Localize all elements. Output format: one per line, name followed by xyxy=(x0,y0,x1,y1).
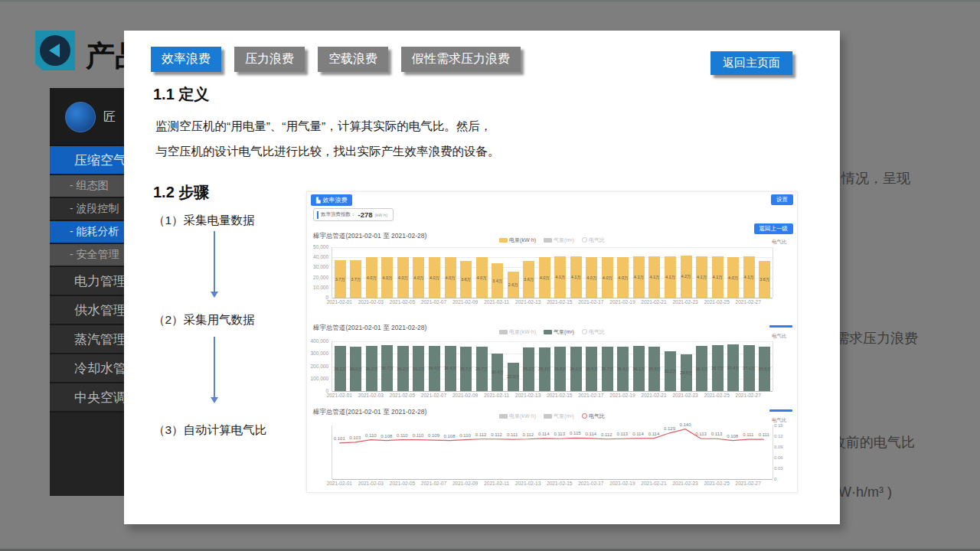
svg-text:0.114: 0.114 xyxy=(586,432,597,436)
content-panel: 效率浪费 压力浪费 空载浪费 假性需求压力浪费 返回主页面 1.1 定义 监测空… xyxy=(124,31,840,524)
svg-text:0.112: 0.112 xyxy=(491,432,502,437)
svg-text:0.113: 0.113 xyxy=(695,432,707,436)
bar-value-label: 36.2万 xyxy=(395,367,410,372)
metric-accent-bar xyxy=(317,211,318,219)
svg-text:0.112: 0.112 xyxy=(475,432,487,437)
x-axis-tick: 2021-02-27 xyxy=(729,299,767,305)
legend-item[interactable]: 气量(m³) xyxy=(544,236,574,244)
chart-legend: 电量(kW·h)气量(m³)电气比 xyxy=(399,232,705,246)
bar-value-label: 36.0万 xyxy=(348,367,364,372)
chart-legend: 电量(kW·h)气量(m³)电气比 xyxy=(399,324,705,337)
y-axis-tick: 100,000 xyxy=(307,376,328,381)
brand-name: 匠 xyxy=(103,109,116,126)
gridline xyxy=(332,391,773,392)
return-main-page-button[interactable]: 返回主页面 xyxy=(710,51,792,75)
tab-unload-waste[interactable]: 空载浪费 xyxy=(318,47,388,72)
bar-value-label: 4.1万 xyxy=(741,275,756,280)
right-axis-tick: 0.03 xyxy=(774,466,783,471)
svg-text:0.113: 0.113 xyxy=(554,432,565,436)
y-axis-tick: 20,000 xyxy=(307,275,328,280)
right-axis-tick: 0.06 xyxy=(774,455,783,460)
blue-divider xyxy=(769,325,792,328)
svg-text:0.109: 0.109 xyxy=(428,433,440,438)
waste-type-tabs: 效率浪费 压力浪费 空载浪费 假性需求压力浪费 xyxy=(151,47,521,72)
x-axis-tick: 2021-02-27 xyxy=(729,481,767,486)
legend-label: 电量(kW·h) xyxy=(509,328,536,336)
legend-label: 气量(m³) xyxy=(554,236,574,244)
efficiency-waste-badge: ▙ 效率浪费 xyxy=(311,194,352,206)
svg-text:0.108: 0.108 xyxy=(727,434,739,439)
bar-value-label: 29.8万 xyxy=(678,370,694,376)
right-axis-title: 电气比 xyxy=(772,417,787,424)
definition-line1: 监测空压机的“用电量”、“用气量”，计算其实际的电气比。然后， xyxy=(155,119,492,132)
bar-value-label: 4.0万 xyxy=(599,276,615,281)
step-2: （2）采集用气数据 xyxy=(153,312,255,328)
bar-value-label: 35.7万 xyxy=(474,367,489,372)
bar-value-label: 36.4万 xyxy=(443,366,458,371)
legend-swatch xyxy=(582,237,587,243)
blue-divider xyxy=(769,409,792,412)
bar-value-label: 35.6万 xyxy=(616,367,631,372)
bar-value-label: 37.4万 xyxy=(726,366,741,371)
steps-heading: 1.2 步骤 xyxy=(153,182,209,203)
svg-text:0.110: 0.110 xyxy=(459,433,471,438)
step-3: （3）自动计算电气比 xyxy=(153,422,266,439)
definition-heading: 1.1 定义 xyxy=(153,84,209,105)
bar-value-label: 3.7万 xyxy=(348,277,364,282)
y-axis-tick: 400,000 xyxy=(307,338,328,344)
y-axis-tick: 30,000 xyxy=(307,264,328,269)
bar-value-label: 2.6万 xyxy=(505,282,521,288)
bar-value-label: 4.0万 xyxy=(474,276,489,281)
ratio-line-svg: 0.1010.1030.1100.1080.1100.1100.1090.108… xyxy=(332,416,772,479)
bar-value-label: 36.7万 xyxy=(710,366,725,371)
legend-item[interactable]: 电气比 xyxy=(582,328,605,336)
bar-value-label: 37.1万 xyxy=(741,366,756,371)
settings-button[interactable]: 设置 xyxy=(771,194,793,205)
bar-value-label: 30.4万 xyxy=(490,370,505,375)
bar-value-label: 35.7万 xyxy=(459,367,474,372)
chart-icon: ▙ xyxy=(316,197,320,203)
legend-item[interactable]: 电量(kW·h) xyxy=(499,236,536,244)
right-axis-title: 电气比 xyxy=(772,333,787,340)
brand-logo xyxy=(65,102,96,132)
back-arrow-icon[interactable] xyxy=(35,31,75,70)
x-axis-tick: 2021-02-27 xyxy=(729,393,767,398)
tab-pressure-waste[interactable]: 压力浪费 xyxy=(234,47,305,72)
airflow-bar-chart: 樟宇总管道(2021-02-01 至 2021-02-28) 电量(kW·h)气… xyxy=(307,322,797,399)
svg-text:0.114: 0.114 xyxy=(632,432,644,436)
bar-value-label: 35.5万 xyxy=(584,367,599,372)
legend-item[interactable]: 电气比 xyxy=(582,236,605,244)
dashboard-screenshot: ▙ 效率浪费 设置 效率浪费指数： -278 (kW·h) 返回上一级 樟宇总管… xyxy=(306,191,798,493)
bar-value-label: 36.2万 xyxy=(411,367,426,372)
bar-value-label: 36.1万 xyxy=(332,367,348,372)
y-axis-tick: 40,000 xyxy=(307,254,328,259)
bar-value-label: 35.8万 xyxy=(553,367,568,372)
right-axis-tick: 0 xyxy=(774,477,776,481)
bar-value-label: 4.0万 xyxy=(380,276,395,281)
chart-plot: 3.7万3.7万4.0万4.0万4.0万4.0万4.0万4.0万3.6万4.0万… xyxy=(332,247,773,298)
chart-plot: 36.1万36.0万36.2万36.7万36.2万36.2万36.4万36.4万… xyxy=(332,341,773,391)
bar-value-label: 32.2万 xyxy=(663,369,678,374)
slide-top-edge xyxy=(0,0,980,2)
bar-value-label: 35.9万 xyxy=(647,367,662,372)
svg-text:0.101: 0.101 xyxy=(334,436,346,441)
legend-label: 电气比 xyxy=(589,236,605,244)
metric-label: 效率浪费指数： xyxy=(321,211,356,218)
bar-value-label: 36.7万 xyxy=(380,366,395,371)
tab-false-demand-pressure-waste[interactable]: 假性需求压力浪费 xyxy=(401,47,521,72)
legend-item[interactable]: 电量(kW·h) xyxy=(499,328,536,336)
legend-item[interactable]: 气量(m³) xyxy=(544,328,574,336)
right-axis-tick: 0.12 xyxy=(774,434,783,439)
legend-label: 气量(m³) xyxy=(554,328,574,336)
legend-swatch xyxy=(544,330,552,334)
bar-value-label: 3.6万 xyxy=(459,277,474,282)
svg-text:0.110: 0.110 xyxy=(413,433,424,438)
down-arrow-icon xyxy=(214,337,215,401)
step-1: （1）采集电量数据 xyxy=(153,213,255,229)
bar-value-label: 3.6万 xyxy=(757,277,773,282)
bar-value-label: 22.9万 xyxy=(505,374,521,380)
bar-value-label: 35.3万 xyxy=(537,367,552,372)
tab-efficiency-waste[interactable]: 效率浪费 xyxy=(151,47,221,72)
gridline xyxy=(332,479,773,480)
svg-text:0.112: 0.112 xyxy=(522,432,534,437)
